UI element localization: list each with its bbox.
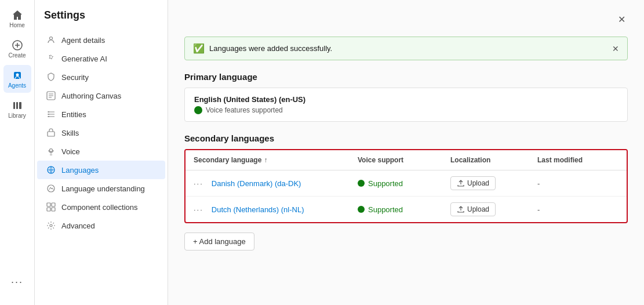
row2-language-cell: ··· Dutch (Netherlands) (nl-NL) [194, 205, 358, 214]
secondary-languages-section-title: Secondary languages [184, 133, 628, 143]
svg-point-9 [48, 114, 49, 115]
svg-point-6 [50, 37, 53, 40]
sidebar: Settings Agent details Generative AI Sec… [35, 0, 168, 305]
nav-item-agents[interactable]: Agents [3, 65, 31, 93]
sidebar-item-advanced[interactable]: Advanced [37, 216, 165, 235]
nav-item-library[interactable]: Library [3, 95, 31, 123]
row2-supported-text: Supported [368, 205, 403, 214]
svg-rect-16 [52, 203, 55, 206]
banner-close-button[interactable]: ✕ [612, 44, 619, 53]
primary-language-card: English (United States) (en-US) Voice fe… [184, 88, 628, 122]
column-header-localization: Localization [450, 156, 537, 164]
nav-item-home[interactable]: Home [3, 5, 31, 32]
nav-label-home: Home [9, 22, 25, 28]
nav-bar: Home Create Agents Library ··· [0, 0, 35, 305]
nav-label-library: Library [8, 112, 26, 119]
row1-upload-button[interactable]: Upload [450, 176, 496, 190]
row2-supported-icon [358, 206, 365, 213]
svg-rect-15 [47, 203, 50, 206]
svg-point-2 [16, 73, 19, 76]
primary-language-name: English (United States) (en-US) [194, 95, 618, 104]
add-language-button[interactable]: + Add language [184, 233, 254, 250]
row2-localization-cell: Upload [450, 202, 537, 216]
row1-localization-cell: Upload [450, 176, 537, 190]
svg-rect-11 [48, 132, 54, 136]
sidebar-item-agent-details[interactable]: Agent details [37, 31, 165, 49]
row1-voice-cell: Supported [358, 179, 450, 188]
row2-more-button[interactable]: ··· [194, 205, 203, 214]
success-icon: ✅ [193, 43, 205, 54]
column-header-voice: Voice support [358, 156, 450, 164]
column-header-language: Secondary language ↑ [194, 156, 358, 164]
table-row: ··· Dutch (Netherlands) (nl-NL) Supporte… [185, 197, 627, 222]
table-header-row: Secondary language ↑ Voice support Local… [185, 150, 627, 170]
green-dot-icon [194, 106, 202, 114]
main-content: ✕ ✅ Languages were added successfully. ✕… [168, 0, 644, 305]
sidebar-item-skills[interactable]: Skills [37, 124, 165, 142]
sidebar-item-generative-ai[interactable]: Generative AI [37, 49, 165, 68]
svg-rect-17 [47, 208, 50, 211]
svg-point-8 [48, 111, 49, 112]
voice-label: Voice features supported [206, 106, 283, 114]
row1-language-cell: ··· Danish (Denmark) (da-DK) [194, 179, 358, 188]
row2-voice-cell: Supported [358, 205, 450, 214]
close-button[interactable]: ✕ [616, 12, 628, 27]
sidebar-item-voice[interactable]: Voice [37, 142, 165, 161]
success-banner: ✅ Languages were added successfully. ✕ [184, 37, 628, 60]
banner-message: Languages were added successfully. [209, 44, 332, 53]
column-header-modified: Last modified [537, 156, 618, 164]
row1-modified-cell: - [537, 179, 618, 188]
voice-supported-label: Voice features supported [194, 106, 618, 114]
svg-point-19 [50, 224, 52, 227]
sidebar-item-security[interactable]: Security [37, 68, 165, 86]
sidebar-item-language-understanding[interactable]: Language understanding [37, 179, 165, 198]
table-row: ··· Danish (Denmark) (da-DK) Supported U… [185, 170, 627, 197]
row2-language-link[interactable]: Dutch (Netherlands) (nl-NL) [212, 205, 304, 214]
sidebar-item-languages[interactable]: Languages [37, 161, 165, 179]
row1-more-button[interactable]: ··· [194, 179, 203, 188]
banner-content: ✅ Languages were added successfully. [193, 43, 332, 54]
row1-supported-icon [358, 180, 365, 187]
nav-item-create[interactable]: Create [3, 35, 31, 63]
settings-title: Settings [35, 9, 168, 31]
svg-point-10 [48, 116, 49, 117]
sidebar-item-authoring-canvas[interactable]: Authoring Canvas [37, 86, 165, 105]
svg-rect-3 [13, 102, 15, 109]
row1-language-link[interactable]: Danish (Denmark) (da-DK) [212, 179, 301, 188]
svg-rect-5 [19, 102, 21, 109]
nav-label-agents: Agents [8, 82, 26, 89]
nav-item-more[interactable]: ··· [3, 268, 31, 296]
svg-rect-4 [16, 102, 18, 109]
row2-modified-cell: - [537, 205, 618, 214]
sort-icon: ↑ [264, 156, 267, 164]
nav-label-create: Create [8, 52, 26, 59]
row1-supported-text: Supported [368, 179, 403, 188]
sidebar-item-component-collections[interactable]: Component collections [37, 198, 165, 216]
sidebar-item-entities[interactable]: Entities [37, 105, 165, 124]
main-header: ✕ [184, 12, 628, 27]
svg-rect-18 [52, 208, 55, 211]
svg-point-12 [50, 149, 53, 152]
primary-language-section-title: Primary language [184, 72, 628, 82]
row2-upload-button[interactable]: Upload [450, 202, 496, 216]
secondary-languages-table: Secondary language ↑ Voice support Local… [184, 149, 628, 223]
